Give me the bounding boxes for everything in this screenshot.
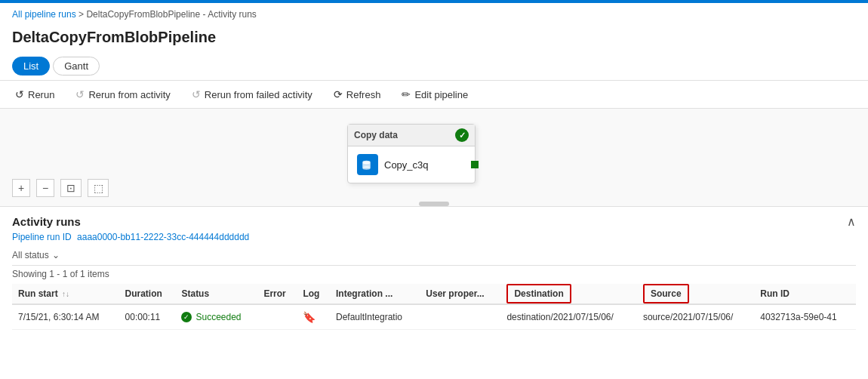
collapse-icon[interactable]: ∧ [847, 214, 856, 229]
showing-text: Showing 1 - 1 of 1 items [12, 266, 856, 284]
col-log: Log [297, 284, 330, 304]
rerun-from-failed-icon: ↺ [192, 88, 201, 100]
edit-pipeline-label: Edit pipeline [414, 89, 468, 100]
breadcrumb: All pipeline runs > DeltaCopyFromBlobPip… [0, 3, 868, 26]
svg-point-2 [362, 166, 371, 170]
source-header-highlight: Source [643, 284, 689, 304]
cell-run-id: 4032713a-59e0-41 [754, 304, 856, 330]
svg-point-1 [362, 161, 371, 165]
col-duration: Duration [119, 284, 176, 304]
copy-data-card: Copy data ✓ Copy_c3q [347, 124, 476, 183]
cell-run-start: 7/15/21, 6:30:14 AM [12, 304, 119, 330]
refresh-button[interactable]: ⟳ Refresh [331, 87, 384, 102]
status-succeeded: ✓ Succeeded [181, 312, 251, 322]
cell-destination: destination/2021/07/15/06/ [500, 304, 637, 330]
resize-handle[interactable] [419, 202, 449, 206]
rerun-from-failed-label: Rerun from failed activity [205, 89, 312, 100]
fit-screen-button[interactable]: ⊡ [60, 179, 82, 197]
copy-data-title: Copy data [354, 130, 398, 140]
col-run-id: Run ID [754, 284, 856, 304]
rerun-icon: ↺ [15, 88, 24, 100]
pipeline-run-id-row: Pipeline run ID aaaa0000-bb11-2222-33cc-… [12, 232, 856, 242]
copy-data-success-icon: ✓ [455, 128, 469, 142]
col-source: Source [637, 284, 754, 304]
activity-header: Activity runs ∧ [12, 214, 856, 229]
refresh-label: Refresh [346, 89, 381, 100]
canvas-area: Copy data ✓ Copy_c3q + − ⊡ ⬚ [0, 109, 868, 207]
refresh-icon: ⟳ [334, 88, 343, 100]
edit-pipeline-button[interactable]: ✏ Edit pipeline [399, 87, 471, 102]
resize-button[interactable]: ⬚ [88, 179, 109, 197]
table-header-row: Run start ↑↓ Duration Status Error Log I… [12, 284, 856, 304]
cell-source: source/2021/07/15/06/ [637, 304, 754, 330]
cell-integration: DefaultIntegratio [330, 304, 420, 330]
breadcrumb-all-runs[interactable]: All pipeline runs [12, 9, 76, 20]
breadcrumb-separator: > [78, 9, 86, 20]
page-title: DeltaCopyFromBlobPipeline [0, 26, 868, 52]
zoom-in-button[interactable]: + [12, 179, 30, 197]
status-filter-label: All status [12, 250, 49, 260]
copy-data-header: Copy data ✓ [348, 125, 475, 146]
breadcrumb-current: DeltaCopyFromBlobPipeline - Activity run… [86, 9, 256, 20]
cell-error [257, 304, 297, 330]
rerun-from-activity-button[interactable]: ↺ Rerun from activity [72, 87, 173, 102]
rerun-button[interactable]: ↺ Rerun [12, 87, 57, 102]
cell-duration: 00:00:11 [119, 304, 176, 330]
status-succeeded-icon: ✓ [181, 312, 192, 322]
col-status: Status [175, 284, 257, 304]
status-filter-button[interactable]: All status ⌄ [12, 250, 60, 260]
sort-icon: ↑↓ [62, 290, 69, 298]
col-user-props: User proper... [420, 284, 500, 304]
toolbar: ↺ Rerun ↺ Rerun from activity ↺ Rerun fr… [0, 81, 868, 109]
bookmark-icon[interactable]: 🔖 [303, 311, 315, 323]
tab-list[interactable]: List [12, 57, 50, 75]
col-error: Error [257, 284, 297, 304]
tab-gantt[interactable]: Gantt [53, 57, 100, 75]
cell-status: ✓ Succeeded [175, 304, 257, 330]
pipeline-run-id-label: Pipeline run ID [12, 232, 72, 242]
rerun-from-activity-label: Rerun from activity [88, 89, 170, 100]
cell-log[interactable]: 🔖 [297, 304, 330, 330]
tab-row: List Gantt [0, 52, 868, 81]
edit-pipeline-icon: ✏ [402, 88, 411, 100]
filter-chevron-icon: ⌄ [52, 250, 60, 260]
col-destination: Destination [500, 284, 637, 304]
table-row: 7/15/21, 6:30:14 AM 00:00:11 ✓ Succeeded… [12, 304, 856, 330]
copy-activity-name: Copy_c3q [384, 159, 429, 171]
connector-dot [471, 161, 479, 168]
col-run-start[interactable]: Run start ↑↓ [12, 284, 119, 304]
rerun-from-activity-icon: ↺ [75, 88, 85, 100]
status-label: Succeeded [195, 312, 241, 322]
zoom-controls: + − ⊡ ⬚ [12, 179, 109, 197]
zoom-out-button[interactable]: − [36, 179, 54, 197]
rerun-label: Rerun [28, 89, 54, 100]
col-integration: Integration ... [330, 284, 420, 304]
copy-data-icon [357, 154, 378, 175]
copy-data-body[interactable]: Copy_c3q [348, 146, 475, 183]
activity-runs-table: Run start ↑↓ Duration Status Error Log I… [12, 284, 856, 330]
cell-user-props [420, 304, 500, 330]
activity-section: Activity runs ∧ Pipeline run ID aaaa0000… [0, 207, 868, 330]
activity-runs-title: Activity runs [12, 215, 81, 228]
filter-row: All status ⌄ [12, 245, 856, 266]
pipeline-run-id-value: aaaa0000-bb11-2222-33cc-444444dddddd [77, 232, 249, 242]
destination-header-highlight: Destination [506, 284, 571, 304]
rerun-from-failed-button[interactable]: ↺ Rerun from failed activity [189, 87, 315, 102]
